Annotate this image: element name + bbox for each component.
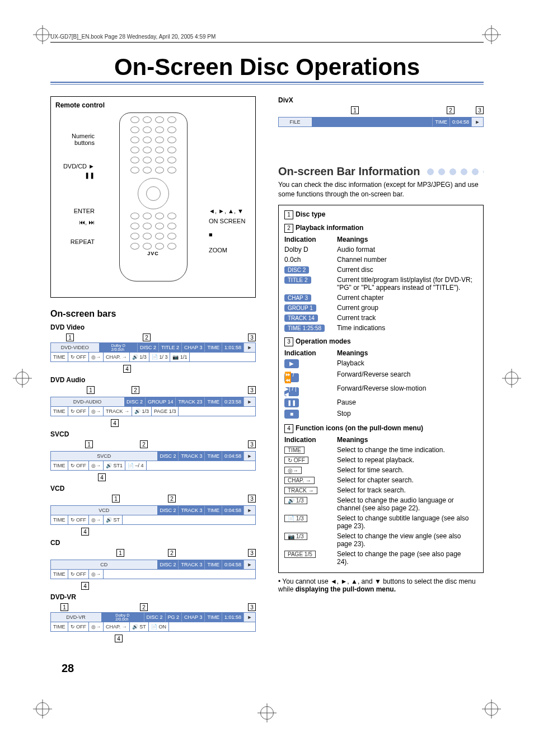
marker-3: 3: [248, 440, 256, 448]
cell: VCD: [99, 508, 109, 513]
cell: ◎→: [91, 571, 101, 577]
print-mark: [16, 372, 29, 385]
marker-1: 1: [87, 386, 95, 394]
cell: DISC 2: [127, 399, 143, 405]
cell: DISC 2: [147, 614, 163, 620]
meaning-text: Select to change the view angle (see als…: [337, 531, 476, 549]
function-chip: 📷 1/3: [284, 533, 307, 540]
cell: 0:04:58: [224, 562, 241, 567]
cell: CHAP. →: [106, 354, 127, 360]
meaning-text: Select to repeat playback.: [337, 455, 476, 465]
osd-bar-svcd: SVCD DISC 2 TRACK 3 TIME 0:04:58 ► TIME …: [50, 451, 256, 471]
cell: ◎→: [91, 463, 101, 468]
remote-control-label: Remote control: [55, 101, 251, 109]
cell: 📄 ON: [151, 624, 166, 630]
cell: TIME: [207, 345, 219, 350]
function-chip: 🔊 1/3: [284, 497, 307, 504]
marker-2: 2: [447, 106, 455, 114]
marker-3: 3: [248, 334, 256, 341]
meaning-text: Select for track search.: [337, 485, 476, 495]
label-cd: CD: [50, 539, 256, 547]
indicator-chip: TRACK 14: [284, 314, 318, 322]
marker-3: 3: [248, 603, 256, 611]
cell: CHAP 3: [184, 614, 202, 620]
osd-bar-vcd: VCD DISC 2 TRACK 3 TIME 0:04:58 ► TIME ↻…: [50, 505, 256, 525]
marker-2: 2: [140, 440, 148, 448]
osd-bar-cd: CD DISC 2 TRACK 3 TIME 0:04:58 ► TIME ↻ …: [50, 560, 256, 579]
indicator-chip: TIME 1:25:58: [284, 325, 325, 332]
marker-2: 2: [168, 495, 176, 503]
cell: PAGE 1/3: [154, 408, 176, 414]
footnote: • You cannot use ◄, ►, ▲, and ▼ buttons …: [278, 577, 484, 593]
play-icon: ►: [247, 562, 252, 567]
cell: 1:01:58: [224, 345, 241, 350]
callout-skip: ⏮, ⏭: [55, 219, 95, 226]
cell: 0:23:58: [224, 399, 241, 405]
play-icon: ►: [247, 453, 252, 459]
marker-2: 2: [143, 334, 151, 341]
cell: Dolby D 2/0.0ch: [111, 344, 125, 351]
cell: GROUP 14: [148, 399, 173, 405]
cell: TIME: [53, 463, 65, 468]
marker-2: 2: [140, 603, 148, 611]
print-mark: [36, 702, 49, 716]
remote-brand: JVC: [120, 251, 187, 256]
meaning-text: Playback: [337, 358, 476, 369]
cell: 🔊 ST: [106, 517, 120, 523]
function-chip: PAGE 1/5: [284, 551, 316, 558]
cell: 0:04:58: [224, 453, 241, 459]
indicator-chip: TITLE 2: [284, 276, 311, 284]
cell: TIME: [207, 562, 219, 567]
cell: DVD-VR: [66, 614, 86, 620]
cell: TIME: [53, 354, 65, 360]
cell: ◎→: [91, 517, 101, 523]
mode-icon: ▶: [284, 359, 299, 368]
print-mark: [36, 28, 49, 41]
cell: TRACK 3: [181, 562, 202, 567]
callout-on-screen: ON SCREEN: [209, 218, 251, 224]
osd-bar-divx: FILE TIME 0:04:58 ►: [278, 117, 484, 127]
indicator-text: 0.0ch: [284, 255, 337, 265]
play-icon: ►: [247, 614, 252, 620]
cell: DISC 2: [160, 562, 176, 567]
cell: TIME: [53, 571, 65, 577]
cell: TIME: [207, 614, 219, 620]
callout-row: 4: [50, 471, 256, 480]
indicator-chip: CHAP 3: [284, 294, 311, 302]
section-4-title: Function icons (on the pull-down menu): [296, 424, 423, 432]
marker-4: 4: [111, 419, 119, 427]
meaning-text: Current disc: [337, 265, 476, 275]
callout-stop: ■: [209, 231, 251, 238]
cell: ↻ OFF: [71, 463, 87, 468]
callout-row: 4: [50, 417, 256, 426]
marker-2: 2: [168, 549, 176, 557]
mode-icon: ⏩ / ⏪: [284, 373, 299, 382]
callout-row: 1 2 3: [50, 386, 256, 394]
osd-bar-dvd-vr: DVD-VR Dolby D 2/0.0ch DISC 2 PG 2 CHAP …: [50, 612, 256, 632]
mode-icon: ❚❚: [284, 398, 299, 407]
function-chip: TRACK →: [284, 487, 317, 494]
osd-bar-dvd-video: DVD-VIDEO Dolby D 2/0.0ch DISC 2 TITLE 2…: [50, 342, 256, 362]
playback-info-table: IndicationMeanings Dolby DAudio format0.…: [284, 234, 476, 333]
marker-4: 4: [81, 528, 89, 536]
callout-row: 4: [50, 632, 256, 641]
cell: ↻ OFF: [71, 354, 87, 360]
cell: TIME: [53, 408, 65, 414]
marker-4: 4: [81, 582, 89, 590]
label-vcd: VCD: [50, 485, 256, 492]
marker-4: 4: [98, 473, 106, 481]
cell: ◎→: [91, 354, 101, 360]
function-chip: ◎→: [284, 467, 302, 474]
marker-4: 4: [284, 424, 293, 433]
section-3-title: Operation modes: [296, 337, 351, 345]
marker-3: 3: [248, 495, 256, 503]
callout-zoom: ZOOM: [209, 247, 251, 253]
cell: TIME: [435, 119, 447, 125]
meaning-text: Current chapter: [337, 293, 476, 303]
cell: 0:04:58: [224, 508, 241, 513]
meaning-text: Channel number: [337, 255, 476, 265]
page-number: 28: [62, 662, 74, 675]
label-dvd-video: DVD Video: [50, 323, 256, 331]
label-svcd: SVCD: [50, 430, 256, 438]
meaning-text: Select to change the time indication.: [337, 445, 476, 455]
